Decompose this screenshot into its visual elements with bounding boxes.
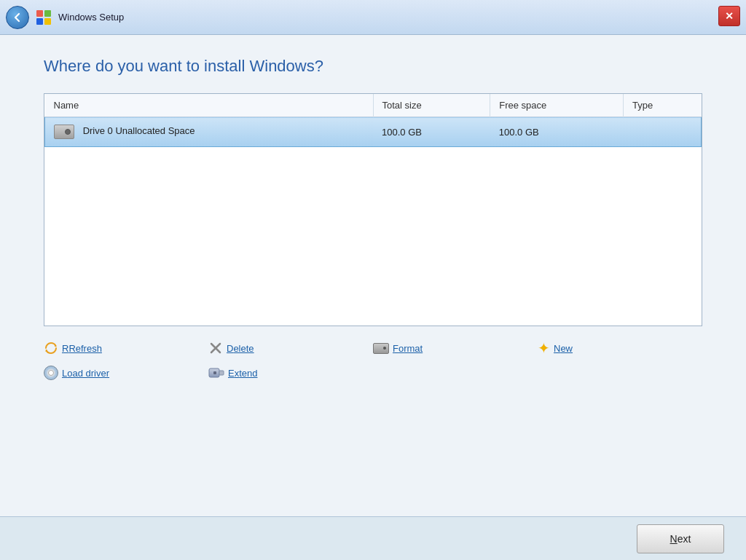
next-button[interactable]: Next <box>637 524 724 553</box>
load-driver-icon <box>44 366 58 380</box>
format-icon <box>373 343 389 354</box>
cell-name: Drive 0 Unallocated Space <box>45 117 374 147</box>
empty-cell-1 <box>373 363 538 383</box>
title-text: Windows Setup <box>58 12 124 23</box>
empty-cell-2 <box>538 363 702 383</box>
col-header-total-size: Total size <box>373 94 490 117</box>
refresh-icon <box>44 341 58 355</box>
close-button[interactable]: ✕ <box>718 6 740 26</box>
refresh-label: RRefresh <box>62 343 102 354</box>
extend-icon <box>208 366 224 379</box>
delete-label: Delete <box>227 343 254 354</box>
delete-icon <box>208 341 223 355</box>
delete-action[interactable]: Delete <box>208 336 373 360</box>
title-bar: Windows Setup ✕ <box>0 0 746 35</box>
cell-free-space: 100.0 GB <box>490 117 624 147</box>
new-icon: ✦ <box>538 339 550 357</box>
col-header-name: Name <box>45 94 374 117</box>
format-label: Format <box>393 343 423 354</box>
col-header-free-space: Free space <box>490 94 624 117</box>
col-header-type: Type <box>624 94 702 117</box>
cell-type <box>624 117 702 147</box>
cell-total-size: 100.0 GB <box>373 117 490 147</box>
back-button[interactable] <box>6 6 29 29</box>
next-label: Next <box>670 533 691 545</box>
footer: Next <box>0 516 746 560</box>
svg-rect-11 <box>213 371 216 374</box>
svg-rect-10 <box>219 371 224 375</box>
disk-table-container: Name Total size Free space Type <box>44 93 702 326</box>
drive-icon <box>54 125 74 139</box>
load-driver-action[interactable]: Load driver <box>44 363 208 383</box>
svg-rect-3 <box>44 18 51 25</box>
disk-table: Name Total size Free space Type <box>44 94 702 147</box>
windows-setup-window: Windows Setup ✕ Where do you want to ins… <box>0 0 746 560</box>
windows-setup-icon <box>35 9 52 26</box>
title-bar-left: Windows Setup <box>6 6 124 29</box>
new-label: New <box>554 343 573 354</box>
svg-rect-2 <box>36 18 43 25</box>
load-driver-label: Load driver <box>62 368 109 379</box>
page-title: Where do you want to install Windows? <box>44 57 702 76</box>
svg-rect-4 <box>36 10 51 17</box>
new-action[interactable]: ✦ New <box>538 336 702 360</box>
format-action[interactable]: Format <box>373 336 538 360</box>
refresh-action[interactable]: RRefresh <box>44 336 208 360</box>
table-header-row: Name Total size Free space Type <box>45 94 702 117</box>
table-row[interactable]: Drive 0 Unallocated Space 100.0 GB 100.0… <box>45 117 702 147</box>
actions-area: RRefresh Delete Format <box>44 336 702 383</box>
main-content: Where do you want to install Windows? Na… <box>0 35 746 516</box>
extend-label: Extend <box>228 368 257 379</box>
extend-action[interactable]: Extend <box>208 363 373 383</box>
